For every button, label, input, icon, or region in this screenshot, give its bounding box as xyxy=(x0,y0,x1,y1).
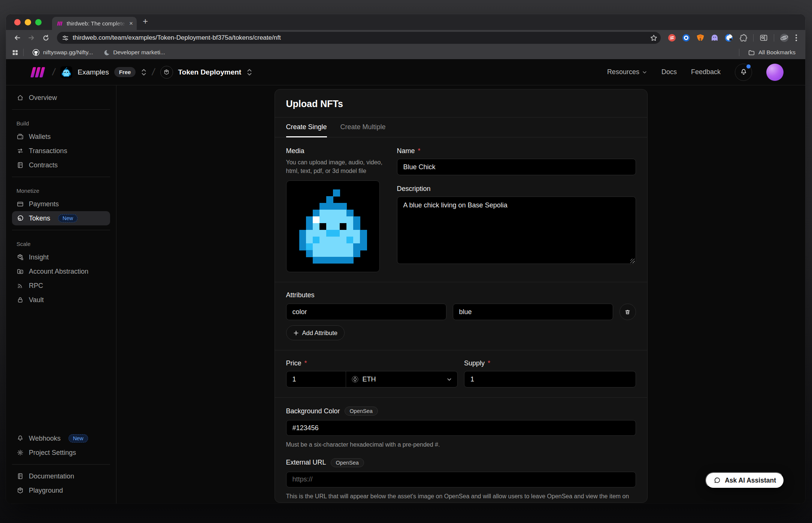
resources-menu[interactable]: Resources xyxy=(607,68,647,76)
project-switcher-icon[interactable] xyxy=(246,68,252,76)
all-bookmarks-label[interactable]: All Bookmarks xyxy=(758,49,796,56)
resize-grip-icon[interactable] xyxy=(630,259,635,263)
app-header: / Examples Free / Token Deployment Resou… xyxy=(6,59,805,85)
name-input[interactable] xyxy=(397,159,636,175)
sidebar-section-scale: Scale xyxy=(16,241,106,247)
extension-blue-icon[interactable] xyxy=(680,32,692,44)
metamask-fox-icon[interactable] xyxy=(694,32,706,44)
chrome-menu-icon[interactable] xyxy=(793,34,800,41)
ask-ai-assistant-button[interactable]: Ask AI Assistant xyxy=(705,472,784,489)
sidebar-item-payments[interactable]: Payments xyxy=(12,197,110,211)
wallet-icon xyxy=(16,133,24,140)
extensions-puzzle-icon[interactable] xyxy=(737,32,749,44)
sidebar-section-monetize: Monetize xyxy=(16,188,106,194)
sidebar-item-insight[interactable]: Insight xyxy=(12,250,110,264)
upload-nfts-card: Upload NFTs Create Single Create Multipl… xyxy=(275,89,648,503)
bookmark-label[interactable]: niftyswap.gg/Nifty... xyxy=(43,49,93,56)
new-badge: New xyxy=(69,434,88,443)
browser-toolbar: thirdweb.com/team/examples/Token-Deploym… xyxy=(6,30,805,46)
supply-input[interactable] xyxy=(464,371,636,387)
insight-icon xyxy=(16,253,24,261)
browser-tab[interactable]: thirdweb: The complete web3 × xyxy=(52,17,137,30)
side-panel-search-icon[interactable] xyxy=(758,32,770,44)
bookmark-star-icon[interactable] xyxy=(650,34,658,42)
attribute-value-input[interactable] xyxy=(453,304,613,320)
sidebar-item-account-abstraction[interactable]: Account Abstraction xyxy=(12,264,110,279)
sidebar-item-overview[interactable]: Overview xyxy=(12,91,110,105)
new-tab-button[interactable]: + xyxy=(137,17,148,27)
bookmark-label[interactable]: Developer marketi... xyxy=(113,49,165,56)
external-url-label: External URL xyxy=(286,459,326,466)
chevron-down-icon xyxy=(642,70,647,75)
sidebar-item-contracts[interactable]: Contracts xyxy=(12,158,110,172)
docs-link[interactable]: Docs xyxy=(661,68,677,76)
bookmarks-separator xyxy=(739,49,739,56)
feedback-link[interactable]: Feedback xyxy=(691,68,721,76)
sidebar-item-playground[interactable]: Playground xyxy=(12,483,110,498)
price-input[interactable] xyxy=(287,371,346,387)
sidebar-item-transactions[interactable]: Transactions xyxy=(12,144,110,158)
profile-avatar-icon[interactable] xyxy=(778,32,790,44)
bookmark-item[interactable]: niftyswap.gg/Nifty... xyxy=(28,49,97,56)
back-icon[interactable] xyxy=(11,32,23,44)
project-name[interactable]: Token Deployment xyxy=(178,68,242,76)
signal-icon xyxy=(16,282,24,289)
sidebar-item-vault[interactable]: Vault xyxy=(12,293,110,307)
form-tabs: Create Single Create Multiple xyxy=(275,117,647,137)
trash-icon xyxy=(624,308,631,316)
tab-create-multiple[interactable]: Create Multiple xyxy=(340,118,386,137)
session-timer-icon[interactable] xyxy=(723,32,735,44)
url-bar[interactable]: thirdweb.com/team/examples/Token-Deploym… xyxy=(57,32,661,44)
phantom-ghost-icon[interactable] xyxy=(709,32,721,44)
thirdweb-logo-icon[interactable] xyxy=(29,66,47,79)
zoom-window-button[interactable] xyxy=(35,19,42,25)
docs-icon xyxy=(16,472,24,480)
required-marker: * xyxy=(488,359,490,367)
team-switcher-icon[interactable] xyxy=(141,68,147,76)
reload-icon[interactable] xyxy=(40,32,52,44)
description-textarea[interactable]: A blue chick living on Base Sepolia xyxy=(397,197,636,264)
transactions-icon xyxy=(16,147,24,155)
forward-icon[interactable] xyxy=(25,32,37,44)
external-url-input[interactable] xyxy=(286,472,636,487)
close-window-button[interactable] xyxy=(14,19,21,25)
sidebar-item-wallets[interactable]: Wallets xyxy=(12,130,110,144)
tab-strip: thirdweb: The complete web3 × + xyxy=(6,14,805,30)
attribute-name-input[interactable] xyxy=(286,304,446,320)
user-avatar[interactable] xyxy=(766,64,784,81)
plan-badge: Free xyxy=(114,67,136,77)
apps-grid-icon[interactable] xyxy=(12,49,18,56)
attribute-row xyxy=(286,304,636,320)
background-color-label: Background Color xyxy=(286,407,340,415)
minimize-window-button[interactable] xyxy=(25,19,31,25)
tab-close-icon[interactable]: × xyxy=(129,20,133,27)
sidebar-item-documentation[interactable]: Documentation xyxy=(12,469,110,483)
folder-icon xyxy=(16,268,24,275)
team-name[interactable]: Examples xyxy=(78,68,109,76)
thirdweb-app: / Examples Free / Token Deployment Resou… xyxy=(6,59,805,504)
supply-label: Supply xyxy=(464,359,485,367)
media-upload-box[interactable] xyxy=(286,180,380,272)
all-bookmarks-button[interactable]: All Bookmarks xyxy=(744,49,799,56)
sidebar-item-project-settings[interactable]: Project Settings xyxy=(12,446,110,460)
toolbar-separator xyxy=(774,34,774,42)
sidebar-item-webhooks[interactable]: Webhooks New xyxy=(12,431,110,446)
delete-attribute-button[interactable] xyxy=(619,304,636,320)
chevron-down-icon xyxy=(446,377,452,382)
team-avatar xyxy=(60,66,72,78)
required-marker: * xyxy=(418,147,421,155)
sidebar: Overview Build Wallets Transactions Cont… xyxy=(6,85,116,504)
add-attribute-button[interactable]: Add Attribute xyxy=(286,325,345,340)
tab-create-single[interactable]: Create Single xyxy=(286,118,327,137)
notifications-button[interactable] xyxy=(735,64,752,81)
opensea-badge: OpenSea xyxy=(345,407,378,416)
price-control: ETH xyxy=(286,371,458,387)
background-color-input[interactable] xyxy=(286,420,636,436)
currency-select[interactable]: ETH xyxy=(346,371,458,387)
site-settings-icon[interactable] xyxy=(62,34,69,42)
extension-red-icon[interactable] xyxy=(666,32,678,44)
sidebar-item-tokens[interactable]: Tokens New xyxy=(12,211,110,225)
url-text[interactable]: thirdweb.com/team/examples/Token-Deploym… xyxy=(73,34,646,42)
bookmark-item[interactable]: Developer marketi... xyxy=(100,49,169,56)
sidebar-item-rpc[interactable]: RPC xyxy=(12,279,110,293)
